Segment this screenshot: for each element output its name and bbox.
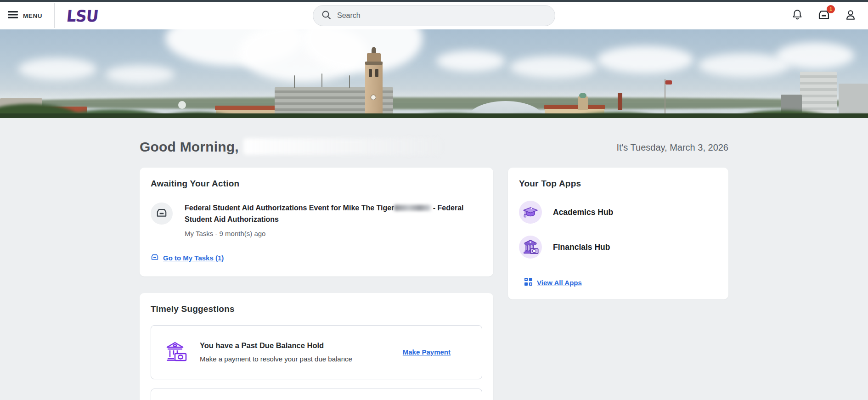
- view-all-apps-label: View All Apps: [537, 279, 582, 287]
- menu-button[interactable]: MENU: [0, 2, 54, 29]
- search-input[interactable]: [337, 11, 530, 20]
- go-to-my-tasks-label: Go to My Tasks (1): [163, 254, 224, 262]
- inbox-tray-icon: [156, 207, 168, 220]
- inbox-tray-icon: [151, 253, 159, 263]
- make-payment-link[interactable]: Make Payment: [403, 348, 451, 356]
- search-icon: [321, 10, 331, 22]
- awaiting-action-title: Awaiting Your Action: [151, 179, 482, 189]
- top-apps-title: Your Top Apps: [519, 179, 717, 189]
- redacted-user-name: [243, 138, 441, 155]
- greeting-row: Good Morning, It's Tuesday, March 3, 202…: [140, 135, 728, 155]
- hamburger-icon: [8, 11, 18, 21]
- current-date: It's Tuesday, March 3, 2026: [616, 142, 728, 155]
- notifications-button[interactable]: [791, 9, 804, 22]
- suggestion-item: You have a Past Due Balance Hold Make a …: [151, 325, 482, 379]
- go-to-my-tasks-link[interactable]: Go to My Tasks (1): [151, 253, 224, 263]
- my-tasks-count-badge: 1: [827, 5, 835, 13]
- header-icons: 1: [791, 2, 857, 29]
- timely-suggestions-card: Timely Suggestions: [140, 293, 493, 400]
- my-tasks-button[interactable]: 1: [817, 9, 830, 22]
- campus-hero-image: [0, 29, 868, 118]
- apps-grid-icon: [524, 278, 532, 287]
- task-item[interactable]: Federal Student Aid Authorizations Event…: [151, 203, 482, 237]
- profile-button[interactable]: [844, 9, 857, 22]
- task-title: Federal Student Aid Authorizations Event…: [185, 203, 465, 225]
- header-bar: MENU LSU 1: [0, 2, 868, 29]
- awaiting-your-action-card: Awaiting Your Action Federal Student Aid…: [140, 168, 493, 276]
- timely-suggestions-title: Timely Suggestions: [151, 304, 482, 314]
- redacted-student-id: [394, 205, 431, 211]
- search-bar[interactable]: [313, 5, 555, 26]
- header-divider: [54, 3, 55, 28]
- bank-money-icon: [519, 236, 542, 259]
- suggestion-description: Make a payment to resolve your past due …: [200, 355, 403, 363]
- bell-icon: [791, 9, 803, 23]
- app-item-academics-hub[interactable]: Academics Hub: [519, 201, 717, 224]
- graduation-cap-icon: [519, 201, 542, 224]
- suggestion-title: You have a Past Due Balance Hold: [200, 341, 403, 350]
- app-item-financials-hub[interactable]: Financials Hub: [519, 236, 717, 259]
- task-meta: My Tasks - 9 month(s) ago: [185, 230, 465, 237]
- lsu-logo[interactable]: LSU: [66, 6, 99, 25]
- suggestion-item: [151, 389, 482, 400]
- greeting-text: Good Morning,: [140, 139, 239, 155]
- view-all-apps-link[interactable]: View All Apps: [524, 278, 582, 287]
- page: MENU LSU 1: [0, 0, 868, 400]
- menu-label: MENU: [23, 12, 42, 19]
- app-label: Financials Hub: [553, 242, 610, 252]
- bank-payment-icon: [164, 339, 190, 365]
- app-label: Academics Hub: [553, 208, 613, 217]
- main-content: Good Morning, It's Tuesday, March 3, 202…: [140, 118, 728, 400]
- your-top-apps-card: Your Top Apps Academics Hub: [508, 168, 728, 299]
- task-icon-circle: [151, 203, 173, 225]
- person-icon: [845, 9, 857, 23]
